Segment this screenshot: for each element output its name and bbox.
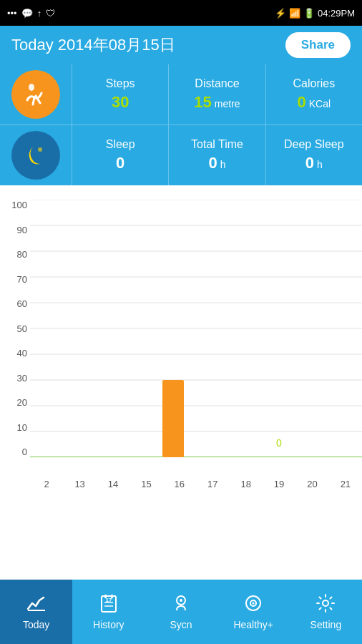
deep-sleep-stat: Deep Sleep 0 h [265, 125, 362, 185]
share-button[interactable]: Share [285, 32, 351, 58]
setting-icon [315, 593, 336, 616]
deep-sleep-label: Deep Sleep [284, 138, 344, 151]
x-label-19: 19 [263, 479, 295, 489]
calories-label: Calories [293, 77, 335, 90]
healthy-icon [243, 593, 263, 616]
y-label-90: 90 [0, 225, 27, 235]
y-label-100: 100 [0, 200, 27, 210]
wechat-icon: 💬 [21, 8, 33, 19]
svg-point-26 [253, 602, 255, 605]
y-label-20: 20 [0, 397, 27, 408]
floating-label-19: 0 [276, 437, 282, 449]
y-label-70: 70 [0, 274, 27, 285]
steps-stat: Steps 30 [72, 64, 168, 125]
svg-point-3 [38, 147, 42, 152]
svg-point-2 [20, 140, 52, 171]
y-label-0: 0 [0, 447, 27, 457]
x-label-18: 18 [229, 479, 262, 489]
nav-history[interactable]: 17 History [72, 580, 145, 644]
x-label-15: 15 [129, 479, 162, 489]
total-time-stat: Total Time 0 h [168, 125, 265, 185]
distance-label: Distance [195, 77, 239, 90]
svg-point-1 [29, 84, 34, 91]
x-axis: 2 13 14 15 16 17 18 19 20 21 [30, 474, 362, 493]
distance-value: 15 [194, 93, 211, 112]
svg-point-23 [180, 599, 182, 602]
sleep-value: 0 [116, 154, 124, 172]
nav-today-label: Today [23, 619, 49, 630]
x-label-2: 2 [30, 479, 63, 489]
nav-healthy[interactable]: Healthy+ [217, 580, 290, 644]
y-label-30: 30 [0, 373, 27, 384]
x-label-16: 16 [163, 479, 196, 489]
x-label-14: 14 [97, 479, 129, 489]
steps-icon [11, 70, 60, 119]
chart-inner: 100 90 80 70 60 50 40 30 20 10 0 [0, 192, 362, 493]
x-label-13: 13 [63, 479, 96, 489]
sleep-stat: Sleep 0 [72, 125, 168, 185]
x-label-20: 20 [295, 479, 328, 489]
battery-icon: 🔋 [303, 8, 315, 19]
calories-stat: Calories 0 KCal [265, 64, 362, 125]
upload-icon: ↑ [37, 8, 42, 19]
nav-history-label: History [93, 619, 124, 630]
svg-point-27 [323, 600, 328, 606]
chart-area: 100 90 80 70 60 50 40 30 20 10 0 [0, 185, 362, 493]
steps-value: 30 [112, 93, 129, 112]
svg-point-0 [20, 79, 52, 110]
calories-unit: KCal [309, 98, 331, 109]
chart-svg: 0 [30, 200, 362, 457]
total-time-label: Total Time [191, 138, 243, 151]
svg-text:17: 17 [105, 597, 112, 603]
y-axis: 100 90 80 70 60 50 40 30 20 10 0 [0, 200, 30, 457]
x-label-21: 21 [329, 479, 362, 489]
status-left-icons: ••• 💬 ↑ 🛡 [7, 8, 55, 19]
total-time-unit: h [220, 159, 226, 170]
nav-sync[interactable]: Sycn [145, 580, 217, 644]
sleep-icon [11, 131, 60, 180]
sync-icon [171, 593, 191, 616]
deep-sleep-value: 0 [305, 154, 314, 172]
dots-icon: ••• [7, 8, 17, 19]
nav-sync-label: Sycn [170, 619, 192, 630]
nav-setting-label: Setting [310, 619, 342, 630]
y-label-10: 10 [0, 422, 27, 433]
distance-unit: metre [215, 98, 240, 109]
y-label-50: 50 [0, 323, 27, 334]
deep-sleep-unit: h [317, 159, 323, 170]
today-icon [26, 593, 47, 616]
bottom-nav: Today 17 History Sycn [0, 580, 362, 644]
distance-stat: Distance 15 metre [168, 64, 265, 125]
signal-icon: 📶 [289, 8, 300, 19]
status-bar: ••• 💬 ↑ 🛡 ⚡ 📶 🔋 04:29PM [0, 0, 362, 26]
bar-16 [162, 380, 184, 457]
total-time-value: 0 [208, 154, 217, 172]
sleep-label: Sleep [106, 138, 135, 151]
nav-healthy-label: Healthy+ [233, 619, 273, 630]
steps-label: Steps [106, 77, 135, 90]
status-right-icons: ⚡ 📶 🔋 04:29PM [275, 8, 355, 19]
nav-setting[interactable]: Setting [290, 580, 362, 644]
shield-icon: 🛡 [46, 8, 55, 19]
time-display: 04:29PM [318, 8, 355, 19]
nav-today[interactable]: Today [0, 580, 72, 644]
y-label-60: 60 [0, 298, 27, 309]
steps-icon-cell [0, 64, 72, 125]
sleep-icon-cell [0, 125, 72, 185]
header: Today 2014年08月15日 Share [0, 26, 362, 64]
x-label-17: 17 [196, 479, 229, 489]
calories-value: 0 [298, 93, 306, 112]
y-label-40: 40 [0, 348, 27, 358]
header-title: Today 2014年08月15日 [11, 34, 175, 56]
bluetooth-icon: ⚡ [275, 8, 286, 19]
y-label-80: 80 [0, 249, 27, 260]
history-icon: 17 [99, 593, 119, 616]
stats-grid: Steps 30 Distance 15 metre Calories 0 KC… [0, 64, 362, 185]
